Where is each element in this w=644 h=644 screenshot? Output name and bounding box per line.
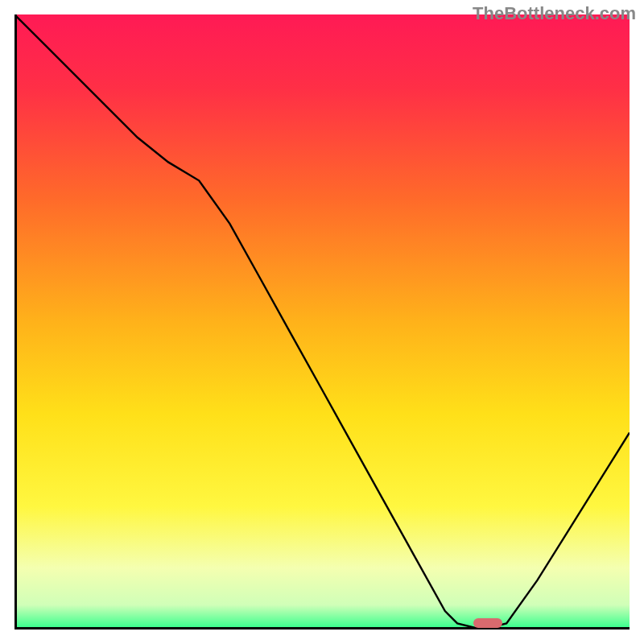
watermark-text: TheBottleneck.com: [473, 3, 636, 23]
target-marker: [473, 618, 502, 628]
chart-container: TheBottleneck.com: [0, 0, 644, 644]
bottleneck-curve: [14, 14, 630, 630]
plot-area: [14, 14, 630, 630]
watermark: TheBottleneck.com: [473, 3, 636, 24]
axis-y: [14, 14, 17, 630]
axis-x: [14, 627, 630, 630]
